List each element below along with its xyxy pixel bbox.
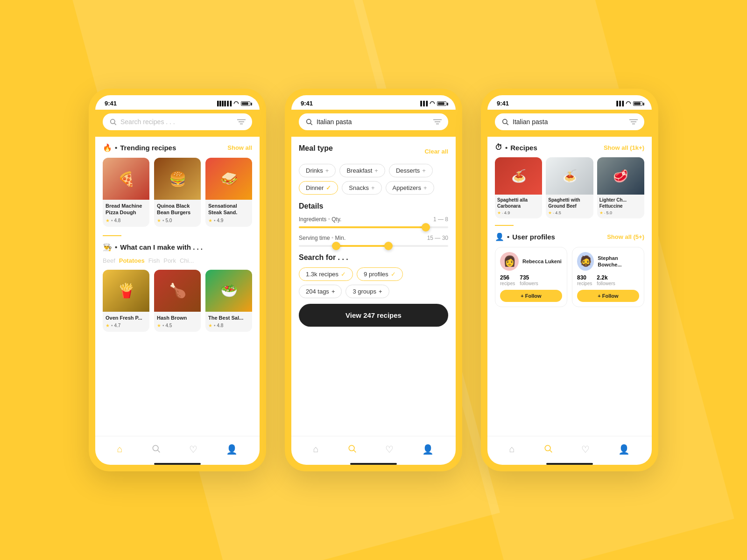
search-bar-3[interactable]: Italian pasta [495,113,644,130]
nav-home-2[interactable]: ⌂ [311,442,321,457]
chip-tags[interactable]: 204 tags + [299,285,342,298]
chip-drinks[interactable]: Drinks + [299,164,336,177]
svg-point-7 [307,119,311,124]
ingredient-rating-3: 4.8 [217,323,224,328]
chip-groups[interactable]: 3 groups + [345,285,389,298]
nav-home-1[interactable]: ⌂ [115,442,125,457]
chip-drinks-label: Drinks [306,167,323,174]
status-icons-1: ▐▐▐ ◠ [215,100,250,107]
nav-search-2[interactable] [345,442,359,457]
svg-line-8 [310,123,312,125]
clear-all-btn[interactable]: Clear all [424,148,448,155]
nav-user-2[interactable]: 👤 [420,442,436,457]
svg-line-13 [354,450,356,453]
home-indicator-3 [546,463,593,465]
result-name-1: Spaghetti alla Carbonara [497,197,540,209]
search-value-3: Italian pasta [513,118,626,126]
svg-line-1 [114,123,116,125]
ingredients-slider: Ingredients • Qty. 1 — 8 [299,216,448,228]
recipe-card-3[interactable]: 🥪 Sensational Steak Sand. ★ • 4.9 [205,158,252,227]
plus-icon-3: + [422,167,426,174]
chip-snacks-label: Snacks [349,184,369,191]
trending-recipe-cards: 🍕 Bread Machine Pizza Dough ★ • 4.8 🍔 [103,158,252,227]
nav-home-3[interactable]: ⌂ [507,442,517,457]
result-card-1[interactable]: 🍝 Spaghetti alla Carbonara ★ • 4.9 [495,157,542,218]
search-bar-2[interactable]: Italian pasta [299,113,448,130]
tag-fish[interactable]: Fish [148,257,160,264]
search-for-title: Search for . . . [299,253,448,262]
recipes-divider [495,225,514,226]
nav-heart-3[interactable]: ♡ [579,442,592,457]
wifi-icon-1: ◠ [233,100,239,107]
follow-btn-2[interactable]: + Follow [577,290,639,302]
search-icon-3 [501,118,509,126]
phone2-header: Italian pasta [291,110,456,137]
ingredient-recipe-name-1: Oven Fresh P... [106,315,147,321]
result-card-3[interactable]: 🥩 Lighter Ch... Fettuccine ★ • 5.0 [597,157,644,218]
chip-appetizers[interactable]: Appetizers + [386,181,434,195]
plus-tags: + [331,288,335,295]
plus-icon: + [325,167,329,174]
filter-icon-2[interactable] [433,119,442,125]
recipes-show-all[interactable]: Show all (1k+) [604,144,644,151]
serving-slider-track[interactable] [299,245,448,247]
nav-heart-2[interactable]: ♡ [383,442,395,457]
chip-profiles[interactable]: 9 profiles ✓ [357,267,403,281]
ingredients-slider-thumb[interactable] [422,223,430,231]
nav-search-1[interactable] [149,442,162,457]
phone-1: 9:41 ▐▐▐ ◠ Search recipes . . . [89,89,266,471]
profile-name-1: Rebecca Lukeni [522,258,562,265]
nav-user-3[interactable]: 👤 [616,442,632,457]
recipe-rating-2: 5.0 [166,218,172,223]
trending-show-all[interactable]: Show all [227,144,252,151]
ingredient-rating-1: 4.7 [114,323,121,328]
serving-range: 15 — 30 [427,235,448,241]
chip-desserts[interactable]: Desserts + [389,164,433,177]
wifi-icon-3: ◠ [626,100,631,107]
chip-dinner-label: Dinner [306,184,324,191]
chip-recipes[interactable]: 1.3k recipes ✓ [299,267,353,281]
ingredient-recipe-cards: 🍟 Oven Fresh P... ★ • 4.7 [103,270,252,332]
search-bar-1[interactable]: Search recipes . . . [103,113,252,130]
recipe-card-2[interactable]: 🍔 Quinoa Black Bean Burgers ★ • 5.0 [154,158,201,227]
ingredients-slider-track[interactable] [299,226,448,228]
nav-heart-1[interactable]: ♡ [187,442,199,457]
phone-3: 9:41 ▐▐▐ ◠ Italian pasta [481,89,658,471]
chip-breakfast[interactable]: Breakfast + [339,164,385,177]
profiles-show-all[interactable]: Show all (5+) [607,233,644,240]
view-recipes-btn[interactable]: View 247 recipes [299,304,448,327]
follow-btn-1[interactable]: + Follow [500,290,562,302]
chip-profiles-label: 9 profiles [364,271,388,278]
nav-user-1[interactable]: 👤 [224,442,240,457]
filter-icon-3[interactable] [629,119,638,125]
trending-section-left: 🔥 • Trending recipes [103,143,176,152]
ingredient-card-1[interactable]: 🍟 Oven Fresh P... ★ • 4.7 [103,270,149,332]
bottom-nav-3: ⌂ ♡ 👤 [487,436,652,461]
tag-chi[interactable]: Chi... [180,257,194,264]
chip-snacks[interactable]: Snacks + [342,181,381,195]
ingredient-card-2[interactable]: 🍗 Hash Brown ★ • 4.5 [154,270,201,332]
stat-followers-1: 735 followers [520,274,538,286]
serving-slider-thumb-left[interactable] [332,242,340,250]
serving-slider-thumb-right[interactable] [384,242,393,250]
ingredient-card-3[interactable]: 🥗 The Best Sal... ★ • 4.8 [205,270,252,332]
recipe-card-1[interactable]: 🍕 Bread Machine Pizza Dough ★ • 4.8 [103,158,149,227]
ingredient-recipe-name-2: Hash Brown [157,315,198,321]
trending-label: Trending recipes [120,144,176,152]
filter-icon-1[interactable] [237,119,246,125]
tag-potatoes[interactable]: Potatoes [119,257,145,264]
battery-icon-3 [633,101,642,106]
search-for-chips: 1.3k recipes ✓ 9 profiles ✓ 204 tags + 3… [299,267,448,298]
result-img-1: 🍝 [495,157,542,195]
plus-groups: + [379,288,382,295]
phone3-header: Italian pasta [487,110,652,137]
meal-type-label: Meal type [299,144,333,153]
tag-pork[interactable]: Pork [163,257,176,264]
chip-dinner[interactable]: Dinner ✓ [299,181,338,195]
home-indicator-2 [350,463,397,465]
nav-search-3[interactable] [542,442,555,457]
details-section: Details Ingredients • Qty. 1 — 8 [299,202,448,247]
search-icon-1 [109,118,117,126]
tag-beef[interactable]: Beef [103,257,115,264]
result-card-2[interactable]: 🍝 Spaghetti with Ground Beef ★ • 4.5 [546,157,593,218]
